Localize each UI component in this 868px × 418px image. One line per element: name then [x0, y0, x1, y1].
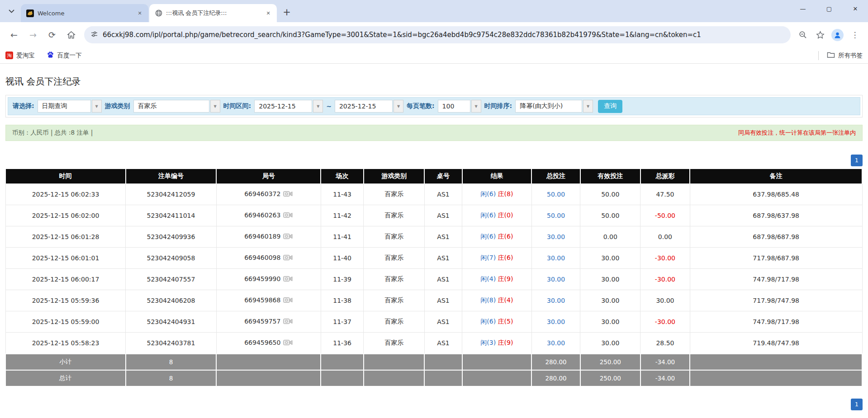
page-1-button[interactable]: 1 [851, 155, 863, 166]
column-header: 总派彩 [640, 169, 690, 184]
column-header: 有效投注 [580, 169, 640, 184]
cell-total-bet: 50.00 [531, 184, 580, 205]
forward-icon[interactable]: → [25, 27, 41, 42]
chevron-down-icon[interactable]: ▼ [313, 100, 323, 113]
home-icon[interactable] [63, 27, 79, 42]
total-bet-link[interactable]: 30.00 [547, 318, 565, 325]
page-1-button[interactable]: 1 [851, 399, 863, 410]
cell-table-number: AS1 [424, 248, 462, 269]
total-bet-link[interactable]: 30.00 [547, 276, 565, 283]
bookmark-star-icon[interactable] [813, 28, 827, 42]
total-bet-link[interactable]: 30.00 [547, 254, 565, 262]
cell-payout: 30.00 [640, 290, 690, 311]
cell-valid-bet: 50.00 [580, 205, 640, 226]
cell-game-type: 百家乐 [364, 269, 424, 290]
cell-bet-number: 523042409936 [126, 226, 217, 248]
new-tab-button[interactable]: + [280, 6, 293, 19]
table-row: 2025-12-15 05:58:23 523042403781 6694596… [6, 333, 863, 354]
minimize-button[interactable]: — [794, 2, 812, 15]
table-row: 2025-12-15 06:01:01 523042409058 6694600… [6, 248, 863, 269]
summary-total-bet: 280.00 [531, 370, 580, 386]
bookmark-baidu[interactable]: 百度一下 [47, 51, 82, 60]
cell-table-number: AS1 [424, 290, 462, 311]
currency-summary-text: 币别 : 人民币 | 总共 :8 注单 | [12, 129, 93, 137]
date-from-select[interactable]: 2025-12-15 ▼ [254, 100, 323, 113]
total-bet-link[interactable]: 30.00 [547, 233, 565, 240]
cell-note: 717.98/747.98 [690, 290, 862, 311]
cell-bet-number: 523042412059 [126, 184, 217, 205]
tab-close-icon[interactable]: ✕ [136, 9, 144, 17]
tab-close-icon[interactable]: ✕ [264, 9, 272, 17]
cell-game-type: 百家乐 [364, 248, 424, 269]
tab-welcome[interactable]: Welcome ✕ [21, 4, 148, 22]
cell-round-number: 669460189 [216, 226, 321, 248]
search-button[interactable]: 查询 [598, 100, 622, 113]
cell-note: 637.98/685.48 [690, 184, 862, 205]
cell-valid-bet: 30.00 [580, 248, 640, 269]
cell-table-number: AS1 [424, 226, 462, 248]
sort-order-select[interactable]: 降幂(由大到小) ▼ [515, 100, 593, 113]
tab-betrecord[interactable]: :::视讯 会员下注纪录::: ✕ [149, 4, 277, 22]
video-replay-icon[interactable] [283, 276, 293, 283]
total-bet-link[interactable]: 30.00 [547, 339, 565, 347]
video-replay-icon[interactable] [283, 212, 293, 220]
query-type-select[interactable]: 日期查询 ▼ [38, 100, 102, 113]
date-to-select[interactable]: 2025-12-15 ▼ [335, 100, 403, 113]
page-size-select[interactable]: 100 ▼ [438, 100, 481, 113]
video-replay-icon[interactable] [283, 233, 293, 241]
column-header: 桌号 [424, 169, 462, 184]
table-row: 2025-12-15 06:02:33 523042412059 6694603… [6, 184, 863, 205]
cell-round-number: 669459650 [216, 333, 321, 354]
total-bet-link[interactable]: 50.00 [547, 212, 565, 219]
cell-round-number: 669459868 [216, 290, 321, 311]
address-bar[interactable]: 66cxkj98.com/ipl/portal.php/game/betreco… [84, 26, 791, 43]
bookmark-aitaobao[interactable]: 淘 爱淘宝 [5, 52, 35, 60]
bookmarks-bar: 淘 爱淘宝 百度一下 所有书签 [0, 47, 868, 64]
close-button[interactable]: ✕ [846, 2, 864, 15]
cell-round-number: 669459990 [216, 269, 321, 290]
chevron-down-icon[interactable]: ▼ [210, 100, 220, 113]
total-bet-link[interactable]: 30.00 [547, 297, 565, 304]
menu-dots-icon[interactable]: ⋮ [848, 28, 862, 42]
chevron-down-icon[interactable]: ▼ [583, 100, 593, 113]
chevron-down-icon[interactable]: ▼ [394, 100, 403, 113]
total-bet-link[interactable]: 50.00 [547, 191, 565, 198]
cell-result: 闲(6) 庄(0) [462, 205, 531, 226]
summary-bar: 币别 : 人民币 | 总共 :8 注单 | 同局有效投注，统一计算在该局第一张注… [5, 125, 863, 141]
chevron-down-icon[interactable]: ▼ [92, 100, 102, 113]
table-row: 2025-12-15 06:02:00 523042411014 6694602… [6, 205, 863, 226]
video-replay-icon[interactable] [283, 297, 293, 305]
sort-order-label: 时间排序: [484, 102, 512, 110]
filter-bar: 请选择: 日期查询 ▼ 游戏类别 百家乐 ▼ 时间区间: 2025-12-15 … [8, 97, 860, 115]
video-replay-icon[interactable] [283, 254, 293, 262]
all-bookmarks-button[interactable]: 所有书签 [827, 52, 863, 60]
maximize-button[interactable]: ▢ [820, 2, 838, 15]
video-replay-icon[interactable] [283, 339, 293, 347]
cell-bet-number: 523042409058 [126, 248, 217, 269]
zoom-out-icon[interactable] [796, 28, 810, 42]
summary-label: 总计 [6, 370, 126, 386]
cell-valid-bet: 0.00 [580, 226, 640, 248]
cell-time: 2025-12-15 05:58:23 [6, 333, 126, 354]
cell-payout: 28.50 [640, 333, 690, 354]
cell-session: 11-39 [321, 269, 364, 290]
cell-valid-bet: 30.00 [580, 269, 640, 290]
cell-valid-bet: 30.00 [580, 311, 640, 333]
reload-icon[interactable]: ⟳ [44, 27, 60, 42]
back-icon[interactable]: ← [6, 27, 22, 42]
globe-icon [155, 9, 162, 17]
page-size-label: 每页笔数: [407, 102, 435, 110]
cell-table-number: AS1 [424, 333, 462, 354]
url-text[interactable]: 66cxkj98.com/ipl/portal.php/game/betreco… [103, 31, 701, 39]
summary-total-bet: 280.00 [531, 354, 580, 370]
table-header-row: 时间注单编号局号场次游戏类别桌号结果总投注有效投注总派彩备注 [6, 169, 863, 184]
site-settings-tune-icon[interactable] [90, 30, 98, 40]
tab-search-chevron-icon[interactable] [5, 5, 18, 18]
table-row: 2025-12-15 06:01:28 523042409936 6694601… [6, 226, 863, 248]
profile-avatar[interactable] [831, 29, 844, 41]
cell-note: 717.98/687.98 [690, 248, 862, 269]
chevron-down-icon[interactable]: ▼ [471, 100, 481, 113]
game-type-select[interactable]: 百家乐 ▼ [133, 100, 220, 113]
video-replay-icon[interactable] [283, 318, 293, 326]
video-replay-icon[interactable] [283, 191, 293, 198]
